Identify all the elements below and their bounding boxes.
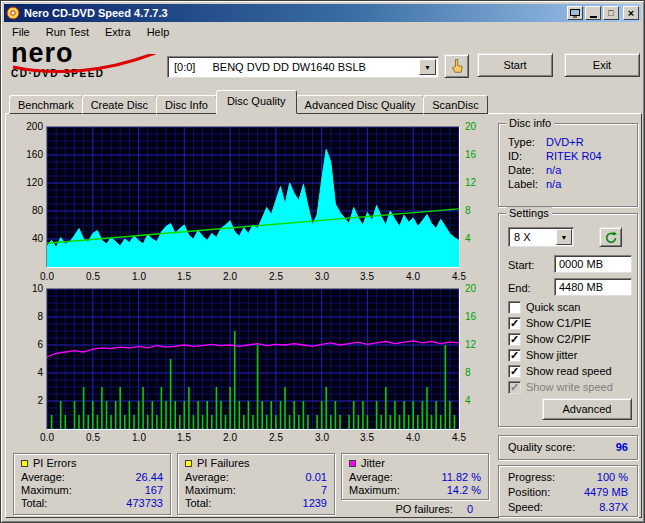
jitter-marker-icon	[349, 460, 356, 467]
drive-name-label: BENQ DVD DD DW1640 BSLB	[212, 61, 365, 73]
pi-errors-marker-icon	[21, 460, 28, 467]
pi-failures-jitter-chart-plot	[46, 288, 460, 430]
disc-type-value: DVD+R	[546, 136, 584, 148]
position-row: Position: 4479 MB	[499, 485, 637, 500]
pif-average-label: Average:	[185, 471, 229, 484]
checkbox-label: Show C1/PIE	[526, 317, 591, 329]
hand-pointer-icon	[449, 58, 465, 74]
pie-maximum-label: Maximum:	[21, 484, 72, 497]
pi-errors-chart-plot	[46, 126, 460, 268]
axis-tick-label: 3.0	[309, 432, 335, 443]
drive-action-button[interactable]	[444, 54, 469, 78]
disc-date-label: Date:	[508, 164, 546, 176]
axis-tick-label: 12	[465, 339, 489, 350]
menu-extra[interactable]: Extra	[97, 24, 139, 40]
scan-end-field[interactable]: 4480 MB	[554, 278, 632, 296]
minimize-icon	[590, 16, 597, 18]
pie-maximum-value: 167	[145, 484, 163, 497]
checkbox-box[interactable]: ✓	[508, 349, 521, 362]
disc-date-value: n/a	[546, 164, 561, 176]
checkbox-show-c1-pie[interactable]: ✓Show C1/PIE	[508, 316, 591, 330]
disc-id-row: ID: RITEK R04	[499, 149, 637, 163]
disc-id-label: ID:	[508, 150, 546, 162]
drive-combobox-arrow[interactable]: ▼	[419, 59, 436, 75]
advanced-button-label: Advanced	[563, 403, 612, 415]
axis-tick-label: 1.0	[126, 432, 152, 443]
minimize-button[interactable]	[585, 6, 601, 20]
pif-maximum-label: Maximum:	[185, 484, 236, 497]
po-failures-row: PO failures: 0	[341, 503, 489, 515]
axis-tick-label: 120	[15, 177, 43, 188]
checkbox-quick-scan[interactable]: Quick scan	[508, 300, 580, 314]
start-button-label: Start	[503, 59, 526, 71]
axis-tick-label: 1.5	[171, 271, 197, 282]
po-failures-value: 0	[467, 503, 473, 515]
tab-benchmark[interactable]: Benchmark	[9, 95, 83, 114]
checkbox-box[interactable]: ✓	[508, 365, 521, 378]
jitter-maximum-label: Maximum:	[349, 484, 400, 497]
speed-row: Speed: 8.37X	[499, 500, 637, 515]
tab-disc-info[interactable]: Disc Info	[156, 95, 217, 114]
exit-button[interactable]: Exit	[564, 53, 640, 77]
checkbox-show-write-speed[interactable]: ✓Show write speed	[508, 380, 613, 394]
close-button[interactable]: ×	[623, 6, 639, 20]
quality-score-box: Quality score: 96	[498, 435, 638, 460]
scan-end-value: 4480 MB	[559, 281, 603, 293]
quality-score-value: 96	[616, 436, 628, 458]
drive-id-label: [0:0]	[174, 61, 195, 73]
axis-tick-label: 2	[15, 395, 43, 406]
start-button[interactable]: Start	[477, 53, 553, 77]
scan-start-field[interactable]: 0000 MB	[554, 255, 632, 273]
tab-scandisc[interactable]: ScanDisc	[423, 95, 487, 114]
jitter-maximum-value: 14.2 %	[447, 484, 481, 497]
axis-tick-label: 200	[15, 121, 43, 132]
axis-tick-label: 2.5	[263, 271, 289, 282]
speed-select-combobox[interactable]: 8 X ▼	[508, 227, 574, 247]
axis-tick-label: 4.0	[400, 271, 426, 282]
axis-tick-label: 20	[465, 121, 489, 132]
jitter-average-label: Average:	[349, 471, 393, 484]
maximize-button[interactable]: □	[603, 6, 619, 20]
checkbox-show-read-speed[interactable]: ✓Show read speed	[508, 364, 612, 378]
speed-combobox-arrow[interactable]: ▼	[556, 229, 572, 245]
pif-total-value: 1239	[303, 497, 327, 510]
pie-total-value: 473733	[126, 497, 163, 510]
display-mode-button[interactable]	[567, 6, 583, 20]
display-icon	[570, 9, 580, 18]
checkbox-box[interactable]: ✓	[508, 381, 521, 394]
tab-create-disc[interactable]: Create Disc	[82, 95, 157, 114]
menu-help[interactable]: Help	[139, 24, 178, 40]
checkbox-box[interactable]: ✓	[508, 333, 521, 346]
checkbox-label: Show read speed	[526, 365, 612, 377]
app-icon	[6, 6, 20, 20]
checkbox-label: Show jitter	[526, 349, 577, 361]
title-bar: Nero CD-DVD Speed 4.7.7.3 □ ×	[4, 4, 641, 22]
pi-failures-jitter-chart	[47, 289, 459, 429]
axis-tick-label: 160	[15, 149, 43, 160]
pif-maximum-value: 7	[321, 484, 327, 497]
checkbox-box[interactable]	[508, 301, 521, 314]
refresh-button[interactable]	[599, 227, 622, 247]
drive-select-combobox[interactable]: [0:0] BENQ DVD DD DW1640 BSLB ▼	[167, 56, 439, 78]
position-label: Position:	[508, 485, 550, 500]
window-title: Nero CD-DVD Speed 4.7.7.3	[24, 7, 565, 19]
chevron-down-icon: ▼	[424, 64, 431, 71]
axis-tick-label: 4	[465, 395, 489, 406]
tab-disc-quality[interactable]: Disc Quality	[216, 90, 297, 114]
checkbox-box[interactable]: ✓	[508, 317, 521, 330]
disc-date-row: Date: n/a	[499, 163, 637, 177]
axis-tick-label: 40	[15, 233, 43, 244]
checkbox-show-jitter[interactable]: ✓Show jitter	[508, 348, 577, 362]
chevron-down-icon: ▼	[561, 234, 568, 241]
axis-tick-label: 2.0	[217, 271, 243, 282]
pi-errors-summary-box: PI Errors Average:26.44 Maximum:167 Tota…	[13, 453, 171, 515]
pif-total-label: Total:	[185, 497, 211, 510]
nero-logo: nero CD·DVD SPEED	[11, 41, 166, 79]
axis-tick-label: 6	[15, 339, 43, 350]
pif-average-value: 0.01	[306, 471, 327, 484]
checkbox-show-c2-pif[interactable]: ✓Show C2/PIF	[508, 332, 591, 346]
tab-advanced-disc-quality[interactable]: Advanced Disc Quality	[296, 95, 425, 114]
axis-tick-label: 4	[465, 233, 489, 244]
axis-tick-label: 4	[15, 367, 43, 378]
advanced-button[interactable]: Advanced	[542, 398, 632, 420]
